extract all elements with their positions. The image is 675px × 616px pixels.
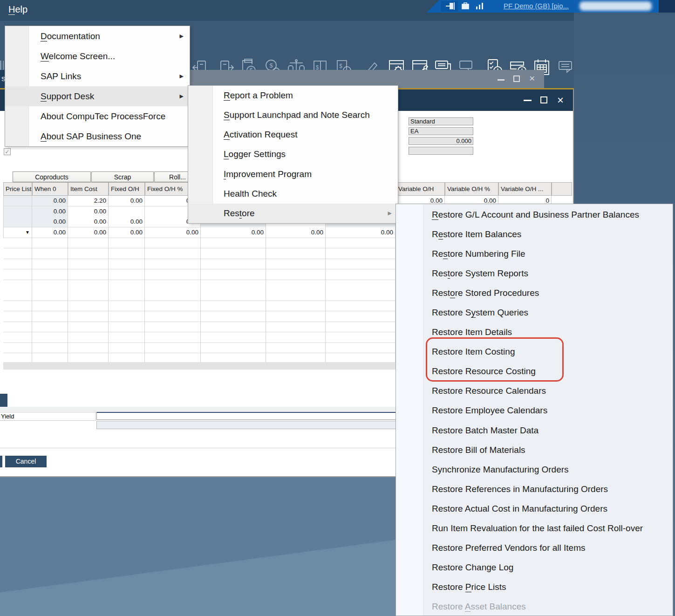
menu-item-label: Restore Item Balances xyxy=(432,229,521,240)
cell[interactable]: 0.00 xyxy=(109,196,145,206)
briefcase-icon[interactable] xyxy=(461,2,470,10)
cell[interactable]: 0.00 xyxy=(109,227,145,238)
cell[interactable]: 0.00 xyxy=(32,206,68,217)
menu-item-about-sap-business-one[interactable]: About SAP Business One xyxy=(5,126,190,146)
cell[interactable]: 0.00 xyxy=(32,196,68,206)
menu-item-label: Health Check xyxy=(224,189,277,199)
menu-item-synchronize-manufacturing-orders[interactable]: Synchronize Manufacturing Orders xyxy=(396,460,673,479)
cell[interactable] xyxy=(3,217,32,227)
menu-item-restore-references-in-manufacturing-orders[interactable]: Restore References in Manufacturing Orde… xyxy=(396,479,673,499)
cell[interactable]: 0.00 xyxy=(32,227,68,238)
col-header-variable-oh-x[interactable]: Variable O/H ... xyxy=(498,182,552,196)
menu-item-run-item-revaluation-for-the-last-failed-cost-roll-over[interactable]: Run Item Revaluation for the last failed… xyxy=(396,519,673,538)
restore-submenu: Restore G/L Account and Business Partner… xyxy=(395,204,673,616)
menu-item-logger-settings[interactable]: Logger Settings xyxy=(188,144,398,164)
svg-text:$: $ xyxy=(339,63,342,69)
menu-item-label: Restore G/L Account and Business Partner… xyxy=(432,210,639,220)
quantity-field[interactable]: 0.000 xyxy=(409,137,473,145)
col-header-when0[interactable]: When 0 xyxy=(32,182,68,196)
extra-field[interactable] xyxy=(409,147,473,155)
help-menu: Documentation▶Welcome Screen...SAP Links… xyxy=(5,26,190,147)
application-window: Help PF Demo (GB) [pio... $$$$$ × S xyxy=(0,0,675,616)
menu-item-restore-resource-calendars[interactable]: Restore Resource Calendars xyxy=(396,381,673,401)
menu-item-restore-system-reports[interactable]: Restore System Reports xyxy=(396,264,673,283)
cell[interactable]: 0.00 xyxy=(32,217,68,227)
menu-item-restore-employee-calendars[interactable]: Restore Employee Calendars xyxy=(396,401,673,420)
menu-item-label: Restore Bill of Materials xyxy=(432,445,525,455)
menu-item-health-check[interactable]: Health Check xyxy=(188,184,398,204)
cell[interactable]: 0.00 xyxy=(68,206,109,217)
menu-item-restore-price-lists[interactable]: Restore Price Lists xyxy=(396,577,673,597)
empty-grid-rows xyxy=(3,238,395,362)
session-company-link[interactable]: PF Demo (GB) [pio... xyxy=(504,2,569,10)
price-list-dropdown-cell[interactable]: ▼ xyxy=(3,227,32,238)
menu-item-label: About SAP Business One xyxy=(41,131,141,142)
menu-item-restore-g-l-account-and-business-partner-balances[interactable]: Restore G/L Account and Business Partner… xyxy=(396,205,673,225)
menu-item-documentation[interactable]: Documentation▶ xyxy=(5,26,190,46)
menu-item-label: Restore Price Lists xyxy=(432,582,506,592)
cell[interactable]: 2.20 xyxy=(68,196,109,206)
menu-item-label: Support Desk xyxy=(41,91,94,102)
pin-icon xyxy=(441,1,458,12)
col-header-fixed-oh[interactable]: Fixed O/H xyxy=(109,182,145,196)
maximize-icon[interactable] xyxy=(540,96,547,103)
cell[interactable]: 0.00 xyxy=(109,217,145,227)
menu-item-restore-system-queries[interactable]: Restore System Queries xyxy=(396,303,673,322)
menu-item-label: Restore System Reports xyxy=(432,268,528,279)
menu-item-restore-batch-master-data[interactable]: Restore Batch Master Data xyxy=(396,421,673,440)
menu-item-improvement-program[interactable]: Improvement Program xyxy=(188,164,398,184)
menu-item-support-launchpad-and-note-search[interactable]: Support Launchpad and Note Search xyxy=(188,105,398,125)
menu-item-label: Improvement Program xyxy=(224,169,312,179)
clipped-button[interactable] xyxy=(0,394,7,407)
cell[interactable] xyxy=(3,206,32,217)
checkbox[interactable]: ✓ xyxy=(4,148,11,155)
menu-item-restore[interactable]: Restore▶ xyxy=(188,204,398,223)
valuation-method-field[interactable]: Standard xyxy=(409,117,473,125)
cell[interactable]: 0.00 xyxy=(145,227,201,238)
cell[interactable]: 0.00 xyxy=(266,227,326,238)
menu-item-label: Run Item Revaluation for the last failed… xyxy=(432,523,643,534)
menu-item-restore-asset-balances: Restore Asset Balances xyxy=(396,597,673,616)
cancel-button[interactable]: Cancel xyxy=(5,456,47,467)
menu-item-restore-item-balances[interactable]: Restore Item Balances xyxy=(396,225,673,244)
maximize-icon[interactable] xyxy=(513,75,520,82)
menu-item-restore-actual-cost-in-manufacturing-orders[interactable]: Restore Actual Cost in Manufacturing Ord… xyxy=(396,499,673,519)
menu-item-about-computec-processforce[interactable]: About CompuTec ProcessForce xyxy=(5,106,190,126)
menu-item-label: SAP Links xyxy=(41,71,81,82)
col-header-variable-oh-pct[interactable]: Variable O/H % xyxy=(445,182,498,196)
close-icon[interactable]: × xyxy=(529,75,535,82)
cell[interactable] xyxy=(109,206,145,217)
cell[interactable]: 0.00 xyxy=(201,227,266,238)
cell[interactable]: 0.00 xyxy=(326,227,395,238)
col-header-variable-oh[interactable]: Variable O/H xyxy=(396,182,445,196)
menu-item-restore-stored-procedures[interactable]: Restore Stored Procedures xyxy=(396,283,673,303)
menu-item-restore-numbering-file[interactable]: Restore Numbering File xyxy=(396,244,673,264)
bar-chart-icon[interactable] xyxy=(475,2,484,10)
menu-item-activation-request[interactable]: Activation Request xyxy=(188,125,398,144)
help-menu-trigger[interactable]: Help xyxy=(8,4,27,15)
pin-button[interactable] xyxy=(441,1,458,12)
uom-field[interactable]: EA xyxy=(409,127,473,135)
cell[interactable] xyxy=(3,196,32,206)
menu-item-restore-preferred-vendors-for-all-items[interactable]: Restore Preferred Vendors for all Items xyxy=(396,538,673,558)
cell[interactable]: 0.00 xyxy=(68,217,109,227)
redacted-user-name xyxy=(580,1,652,11)
col-header-item-cost[interactable]: Item Cost xyxy=(68,182,109,196)
menu-item-report-a-problem[interactable]: Report a Problem xyxy=(188,86,398,105)
menu-item-label: Restore References in Manufacturing Orde… xyxy=(432,484,608,494)
menu-item-restore-bill-of-materials[interactable]: Restore Bill of Materials xyxy=(396,440,673,460)
tab-scrap[interactable]: Scrap xyxy=(91,171,154,182)
minimize-icon[interactable] xyxy=(498,79,505,81)
tab-coproducts[interactable]: Coproducts xyxy=(13,171,91,182)
menu-item-welcome-screen[interactable]: Welcome Screen... xyxy=(5,46,190,66)
menu-item-sap-links[interactable]: SAP Links▶ xyxy=(5,66,190,86)
col-header-price-list[interactable]: Price List xyxy=(3,182,32,196)
menu-item-label: Documentation xyxy=(41,31,100,41)
clipped-ok-button[interactable] xyxy=(0,456,2,467)
cell[interactable]: 0.00 xyxy=(68,227,109,238)
minimize-icon[interactable] xyxy=(524,100,532,101)
menu-item-restore-change-log[interactable]: Restore Change Log xyxy=(396,558,673,577)
menu-item-support-desk[interactable]: Support Desk▶ xyxy=(5,86,190,106)
close-icon[interactable]: × xyxy=(557,96,564,105)
menu-item-label: About CompuTec ProcessForce xyxy=(41,111,165,122)
